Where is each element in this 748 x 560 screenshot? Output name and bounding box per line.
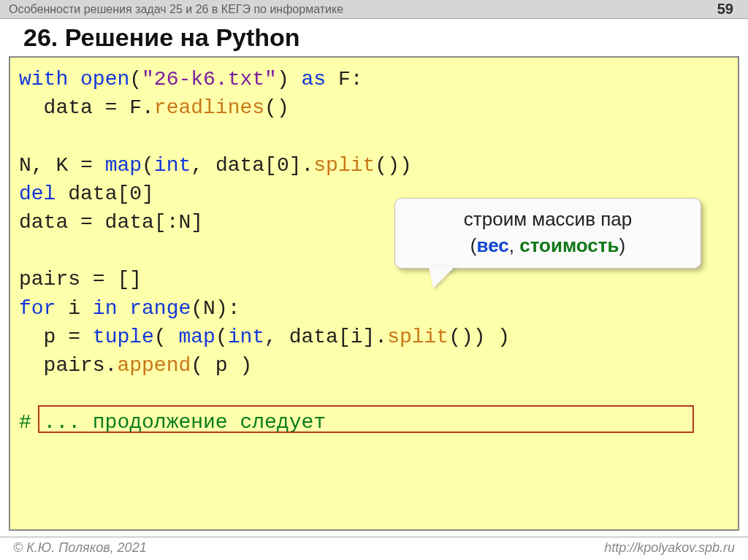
code-block: with open("26-k6.txt") as F: data = F.re…: [9, 56, 739, 531]
code-line: data = F.readlines(): [19, 93, 729, 122]
slide-footer: © К.Ю. Поляков, 2021 http://kpolyakov.sp…: [0, 537, 748, 560]
footer-url: http://kpolyakov.spb.ru: [604, 540, 735, 556]
code-line: pairs = []: [19, 265, 729, 294]
header-title: Особенности решения задач 25 и 26 в КЕГЭ…: [9, 3, 343, 16]
callout-line1: строим массив пар: [405, 206, 690, 232]
page-number: 59: [717, 1, 733, 18]
slide-title: 26. Решение на Python: [0, 19, 748, 56]
slide-header: Особенности решения задач 25 и 26 в КЕГЭ…: [0, 0, 748, 19]
callout-bubble: строим массив пар (вес, стоимость): [394, 198, 701, 269]
footer-copyright: © К.Ю. Поляков, 2021: [13, 540, 147, 556]
code-line: with open("26-k6.txt") as F:: [19, 65, 729, 93]
code-line: for i in range(N):: [19, 294, 729, 323]
code-blank-line: [19, 122, 729, 150]
callout-line2: (вес, стоимость): [405, 232, 690, 258]
code-line: N, K = map(int, data[0].split()): [19, 151, 729, 180]
code-blank-line: [19, 380, 729, 408]
code-comment-line: # ... продолжение следует: [19, 408, 729, 437]
code-line: pairs.append( p ): [19, 351, 729, 380]
code-line: p = tuple( map(int, data[i].split()) ): [19, 323, 729, 351]
